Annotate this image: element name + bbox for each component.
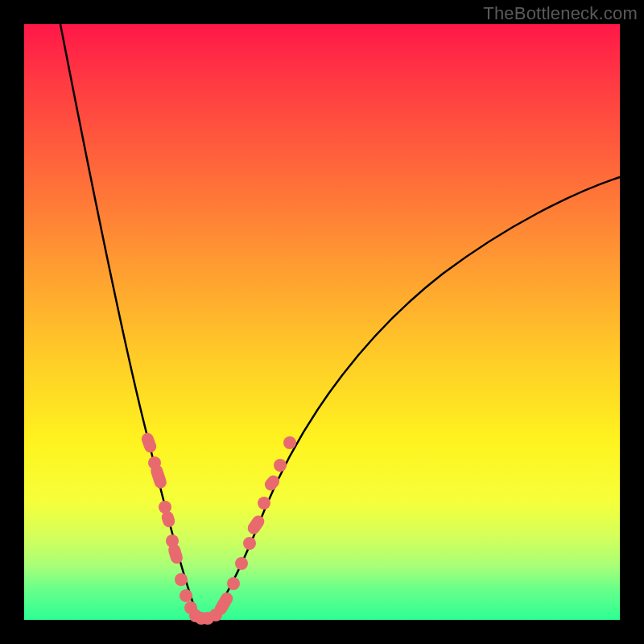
marker-dot [235,557,248,570]
plot-area [24,24,620,620]
marker-capsule [246,513,267,536]
curve-svg [24,24,620,620]
highlight-markers [140,431,296,625]
marker-dot [175,573,188,586]
marker-dot [180,589,192,602]
marker-dot [227,577,240,590]
marker-dot [258,497,270,510]
marker-capsule [140,431,159,455]
marker-dot [243,537,256,550]
marker-capsule [149,463,168,489]
marker-dot [283,436,296,449]
outer-frame: TheBottleneck.com [0,0,644,644]
marker-dot [274,459,287,472]
curve-left-branch [60,24,205,620]
watermark-text: TheBottleneck.com [483,3,638,24]
curve-right-branch [205,177,620,620]
